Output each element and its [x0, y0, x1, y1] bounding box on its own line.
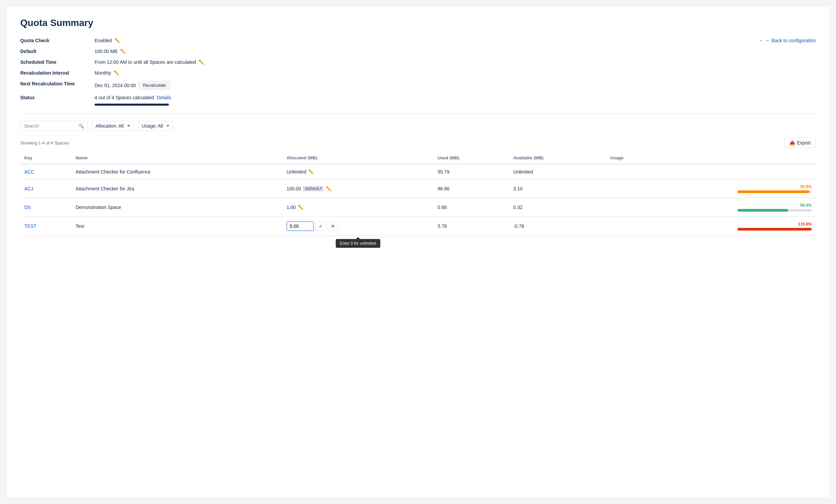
recalculate-button[interactable]: Recalculate [138, 81, 170, 90]
col-name: Name [72, 152, 283, 164]
usage-bar-fill [737, 209, 788, 212]
quota-check-row: Quota Check Enabled ✏️ [20, 38, 816, 43]
default-text: 100.00 MB [95, 49, 117, 54]
export-icon: 📤 [790, 140, 795, 146]
usage-cell-content: 68.4% [610, 203, 812, 212]
cell-available: 3.10 [509, 180, 606, 198]
col-used: Used (MB) [434, 152, 509, 164]
status-label: Status [20, 95, 95, 100]
next-recalculation-label: Next Recalculation Time [20, 81, 95, 86]
usage-cell-content: 96.9% [610, 184, 812, 193]
allocated-value: 1.00 [287, 205, 296, 210]
cell-key: TEST [20, 217, 72, 236]
table-head: Key Name Allocated (MB) Used (MB) Availa… [20, 152, 816, 164]
allocated-number-input[interactable] [287, 221, 314, 231]
divider [20, 114, 816, 114]
status-content: 4 out of 4 Spaces calculated Details [95, 95, 171, 106]
cell-used: 5.78 [434, 217, 509, 236]
scheduled-time-edit-icon[interactable]: ✏️ [198, 59, 204, 65]
allocated-value: Unlimited [287, 169, 306, 175]
status-value: 4 out of 4 Spaces calculated Details [95, 95, 171, 106]
quota-check-text: Enabled [95, 38, 112, 43]
next-recalculation-row: Next Recalculation Time Dec 01, 2024 00:… [20, 81, 816, 90]
search-box: 🔍 [20, 121, 88, 131]
quota-check-edit-icon[interactable]: ✏️ [114, 38, 120, 43]
quota-check-label: Quota Check [20, 38, 95, 43]
recalculation-interval-text: Monthly [95, 70, 111, 76]
next-recalculation-text: Dec 01, 2024 00:00 [95, 83, 136, 88]
allocated-cell-content: Unlimited✏️ [287, 169, 430, 175]
cell-available: -0.78 [509, 217, 606, 236]
table-row: DSDemonstration Space1.00✏️0.680.3268.4% [20, 198, 816, 217]
scheduled-time-value: From 12:00 AM to until all Spaces are ca… [95, 59, 204, 65]
cell-used: 0.68 [434, 198, 509, 217]
cell-allocated: 1.00✏️ [283, 198, 434, 217]
next-recalculation-value: Dec 01, 2024 00:00 Recalculate [95, 81, 170, 90]
export-button[interactable]: 📤 Export [784, 138, 816, 148]
default-edit-icon[interactable]: ✏️ [120, 49, 126, 54]
recalculation-interval-row: Recalculation Interval Monthly ✏️ [20, 70, 816, 76]
scheduled-time-label: Scheduled Time [20, 59, 95, 65]
search-icon: 🔍 [78, 123, 84, 129]
confirm-allocation-button[interactable]: ✓ [316, 221, 326, 231]
cancel-allocation-button[interactable]: ✕ [328, 221, 338, 231]
usage-bar-track [737, 190, 812, 193]
allocated-edit-icon[interactable]: ✏️ [326, 186, 331, 191]
space-key-link[interactable]: ACJ [24, 186, 33, 191]
recalculation-interval-edit-icon[interactable]: ✏️ [114, 70, 119, 76]
col-usage: Usage [606, 152, 816, 164]
usage-percentage-label: 115.6% [798, 222, 812, 227]
usage-bar-fill [737, 190, 809, 193]
usage-filter[interactable]: Usage: All [138, 121, 173, 131]
default-label: Default [20, 49, 95, 54]
cell-usage: 96.9% [606, 180, 816, 198]
allocation-filter[interactable]: Allocation: All [92, 121, 134, 131]
status-progress-bar [95, 104, 169, 106]
col-allocated: Allocated (MB) [283, 152, 434, 164]
default-badge: DEFAULT [303, 186, 324, 191]
col-key: Key [20, 152, 72, 164]
status-row: Status 4 out of 4 Spaces calculated Deta… [20, 95, 816, 106]
quota-table: Key Name Allocated (MB) Used (MB) Availa… [20, 152, 816, 236]
usage-bar-track [737, 228, 812, 231]
cell-available: 0.32 [509, 198, 606, 217]
back-link-label: ← Back to configuration [765, 38, 816, 43]
recalculation-interval-label: Recalculation Interval [20, 70, 95, 76]
col-available: Available (MB) [509, 152, 606, 164]
status-text: 4 out of 4 Spaces calculated [95, 95, 154, 100]
scheduled-time-row: Scheduled Time From 12:00 AM to until al… [20, 59, 816, 65]
allocated-input-wrapper: ✓✕ [287, 221, 430, 231]
space-key-link[interactable]: DS [24, 205, 31, 210]
cell-key: ACJ [20, 180, 72, 198]
default-value: 100.00 MB ✏️ [95, 49, 126, 54]
search-input[interactable] [24, 123, 76, 129]
page-title: Quota Summary [20, 18, 816, 28]
table-header-row-el: Key Name Allocated (MB) Used (MB) Availa… [20, 152, 816, 164]
meta-section: ← ← Back to configuration Quota Check En… [20, 38, 816, 106]
table-row: ACJAttachment Checker for Jira100.00DEFA… [20, 180, 816, 198]
cell-name: Demonstration Space [72, 198, 283, 217]
back-arrow-icon: ← [759, 38, 763, 43]
allocated-edit-icon[interactable]: ✏️ [298, 205, 304, 210]
cell-used: 96.90 [434, 180, 509, 198]
cell-usage: 115.6% [606, 217, 816, 236]
recalculation-interval-value: Monthly ✏️ [95, 70, 119, 76]
space-key-link[interactable]: ACC [24, 169, 35, 175]
cell-key: DS [20, 198, 72, 217]
cell-used: 55.79 [434, 164, 509, 180]
details-link[interactable]: Details [157, 95, 171, 100]
cell-usage [606, 164, 816, 180]
usage-percentage-label: 96.9% [800, 184, 812, 189]
table-row: ACCAttachment Checker for ConfluenceUnli… [20, 164, 816, 180]
usage-cell-content: 115.6% [610, 222, 812, 231]
allocated-edit-icon[interactable]: ✏️ [308, 169, 314, 175]
space-key-link[interactable]: TEST [24, 224, 36, 229]
usage-bar-track [737, 209, 812, 212]
cell-name: Attachment Checker for Jira [72, 180, 283, 198]
back-to-configuration-link[interactable]: ← ← Back to configuration [759, 38, 816, 43]
usage-percentage-label: 68.4% [800, 203, 812, 208]
filter-row: 🔍 Allocation: All Usage: All [20, 121, 816, 131]
status-text-row: 4 out of 4 Spaces calculated Details [95, 95, 171, 100]
table-header-row: Showing 1-4 of 4 Spaces 📤 Export [20, 138, 816, 148]
allocated-value: 100.00 [287, 186, 301, 191]
